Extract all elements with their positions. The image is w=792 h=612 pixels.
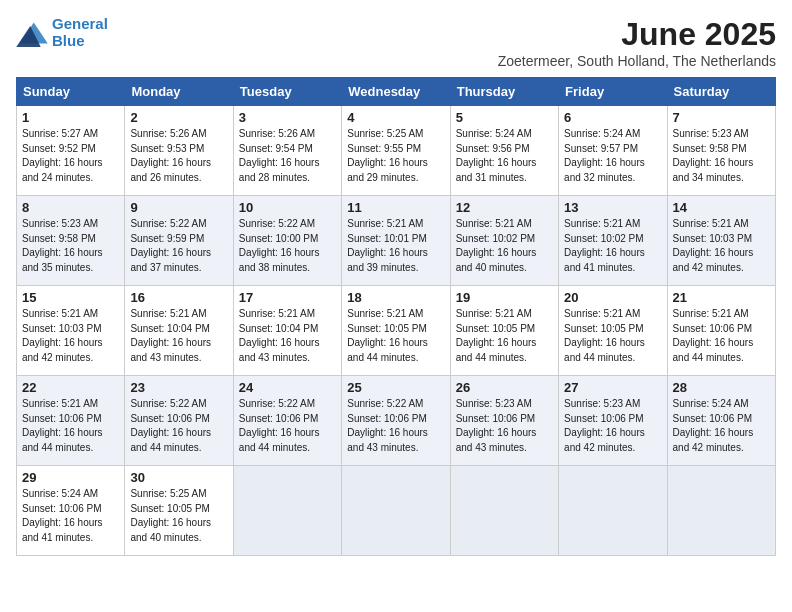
table-row: 9Sunrise: 5:22 AMSunset: 9:59 PMDaylight… <box>125 196 233 286</box>
day-number: 24 <box>239 380 336 395</box>
day-number: 10 <box>239 200 336 215</box>
table-row: 1Sunrise: 5:27 AMSunset: 9:52 PMDaylight… <box>17 106 125 196</box>
day-number: 11 <box>347 200 444 215</box>
day-number: 2 <box>130 110 227 125</box>
logo-line1: General <box>52 15 108 32</box>
table-row: 3Sunrise: 5:26 AMSunset: 9:54 PMDaylight… <box>233 106 341 196</box>
day-info: Sunrise: 5:25 AMSunset: 10:05 PMDaylight… <box>130 488 211 543</box>
header-thursday: Thursday <box>450 78 558 106</box>
day-number: 19 <box>456 290 553 305</box>
calendar-week-row: 8Sunrise: 5:23 AMSunset: 9:58 PMDaylight… <box>17 196 776 286</box>
day-number: 6 <box>564 110 661 125</box>
day-info: Sunrise: 5:21 AMSunset: 10:06 PMDaylight… <box>673 308 754 363</box>
table-row: 2Sunrise: 5:26 AMSunset: 9:53 PMDaylight… <box>125 106 233 196</box>
day-number: 21 <box>673 290 770 305</box>
day-info: Sunrise: 5:21 AMSunset: 10:01 PMDaylight… <box>347 218 428 273</box>
table-row <box>450 466 558 556</box>
day-info: Sunrise: 5:23 AMSunset: 10:06 PMDaylight… <box>564 398 645 453</box>
page-header: General Blue June 2025 Zoetermeer, South… <box>16 16 776 69</box>
table-row: 29Sunrise: 5:24 AMSunset: 10:06 PMDaylig… <box>17 466 125 556</box>
table-row: 16Sunrise: 5:21 AMSunset: 10:04 PMDaylig… <box>125 286 233 376</box>
day-info: Sunrise: 5:21 AMSunset: 10:02 PMDaylight… <box>456 218 537 273</box>
day-info: Sunrise: 5:23 AMSunset: 9:58 PMDaylight:… <box>22 218 103 273</box>
day-number: 12 <box>456 200 553 215</box>
logo-icon <box>16 19 48 47</box>
table-row: 10Sunrise: 5:22 AMSunset: 10:00 PMDaylig… <box>233 196 341 286</box>
day-number: 5 <box>456 110 553 125</box>
table-row: 27Sunrise: 5:23 AMSunset: 10:06 PMDaylig… <box>559 376 667 466</box>
calendar-week-row: 15Sunrise: 5:21 AMSunset: 10:03 PMDaylig… <box>17 286 776 376</box>
day-info: Sunrise: 5:22 AMSunset: 10:00 PMDaylight… <box>239 218 320 273</box>
title-area: June 2025 Zoetermeer, South Holland, The… <box>498 16 776 69</box>
day-number: 20 <box>564 290 661 305</box>
day-number: 25 <box>347 380 444 395</box>
calendar-week-row: 22Sunrise: 5:21 AMSunset: 10:06 PMDaylig… <box>17 376 776 466</box>
table-row: 22Sunrise: 5:21 AMSunset: 10:06 PMDaylig… <box>17 376 125 466</box>
day-number: 22 <box>22 380 119 395</box>
day-info: Sunrise: 5:22 AMSunset: 10:06 PMDaylight… <box>130 398 211 453</box>
table-row: 25Sunrise: 5:22 AMSunset: 10:06 PMDaylig… <box>342 376 450 466</box>
day-info: Sunrise: 5:21 AMSunset: 10:03 PMDaylight… <box>22 308 103 363</box>
day-number: 17 <box>239 290 336 305</box>
table-row <box>342 466 450 556</box>
day-number: 29 <box>22 470 119 485</box>
day-number: 26 <box>456 380 553 395</box>
day-info: Sunrise: 5:21 AMSunset: 10:05 PMDaylight… <box>564 308 645 363</box>
table-row: 8Sunrise: 5:23 AMSunset: 9:58 PMDaylight… <box>17 196 125 286</box>
day-info: Sunrise: 5:21 AMSunset: 10:03 PMDaylight… <box>673 218 754 273</box>
table-row: 21Sunrise: 5:21 AMSunset: 10:06 PMDaylig… <box>667 286 775 376</box>
day-info: Sunrise: 5:21 AMSunset: 10:05 PMDaylight… <box>456 308 537 363</box>
day-info: Sunrise: 5:21 AMSunset: 10:02 PMDaylight… <box>564 218 645 273</box>
day-number: 27 <box>564 380 661 395</box>
table-row: 28Sunrise: 5:24 AMSunset: 10:06 PMDaylig… <box>667 376 775 466</box>
day-info: Sunrise: 5:23 AMSunset: 9:58 PMDaylight:… <box>673 128 754 183</box>
day-number: 9 <box>130 200 227 215</box>
day-info: Sunrise: 5:22 AMSunset: 10:06 PMDaylight… <box>239 398 320 453</box>
table-row: 24Sunrise: 5:22 AMSunset: 10:06 PMDaylig… <box>233 376 341 466</box>
day-info: Sunrise: 5:21 AMSunset: 10:05 PMDaylight… <box>347 308 428 363</box>
day-number: 7 <box>673 110 770 125</box>
calendar-week-row: 1Sunrise: 5:27 AMSunset: 9:52 PMDaylight… <box>17 106 776 196</box>
day-info: Sunrise: 5:22 AMSunset: 9:59 PMDaylight:… <box>130 218 211 273</box>
day-number: 13 <box>564 200 661 215</box>
day-number: 1 <box>22 110 119 125</box>
day-info: Sunrise: 5:26 AMSunset: 9:54 PMDaylight:… <box>239 128 320 183</box>
day-info: Sunrise: 5:21 AMSunset: 10:06 PMDaylight… <box>22 398 103 453</box>
table-row: 7Sunrise: 5:23 AMSunset: 9:58 PMDaylight… <box>667 106 775 196</box>
table-row <box>233 466 341 556</box>
calendar-table: Sunday Monday Tuesday Wednesday Thursday… <box>16 77 776 556</box>
day-info: Sunrise: 5:22 AMSunset: 10:06 PMDaylight… <box>347 398 428 453</box>
day-info: Sunrise: 5:26 AMSunset: 9:53 PMDaylight:… <box>130 128 211 183</box>
header-tuesday: Tuesday <box>233 78 341 106</box>
day-number: 23 <box>130 380 227 395</box>
header-sunday: Sunday <box>17 78 125 106</box>
table-row: 12Sunrise: 5:21 AMSunset: 10:02 PMDaylig… <box>450 196 558 286</box>
header-monday: Monday <box>125 78 233 106</box>
table-row: 26Sunrise: 5:23 AMSunset: 10:06 PMDaylig… <box>450 376 558 466</box>
logo-text: General Blue <box>52 16 108 49</box>
table-row: 23Sunrise: 5:22 AMSunset: 10:06 PMDaylig… <box>125 376 233 466</box>
calendar-week-row: 29Sunrise: 5:24 AMSunset: 10:06 PMDaylig… <box>17 466 776 556</box>
day-info: Sunrise: 5:21 AMSunset: 10:04 PMDaylight… <box>130 308 211 363</box>
day-number: 28 <box>673 380 770 395</box>
day-info: Sunrise: 5:24 AMSunset: 9:57 PMDaylight:… <box>564 128 645 183</box>
day-info: Sunrise: 5:25 AMSunset: 9:55 PMDaylight:… <box>347 128 428 183</box>
day-number: 14 <box>673 200 770 215</box>
weekday-header-row: Sunday Monday Tuesday Wednesday Thursday… <box>17 78 776 106</box>
logo-line2: Blue <box>52 32 85 49</box>
table-row: 18Sunrise: 5:21 AMSunset: 10:05 PMDaylig… <box>342 286 450 376</box>
day-info: Sunrise: 5:21 AMSunset: 10:04 PMDaylight… <box>239 308 320 363</box>
day-info: Sunrise: 5:23 AMSunset: 10:06 PMDaylight… <box>456 398 537 453</box>
day-info: Sunrise: 5:24 AMSunset: 9:56 PMDaylight:… <box>456 128 537 183</box>
table-row: 14Sunrise: 5:21 AMSunset: 10:03 PMDaylig… <box>667 196 775 286</box>
location: Zoetermeer, South Holland, The Netherlan… <box>498 53 776 69</box>
day-number: 30 <box>130 470 227 485</box>
header-friday: Friday <box>559 78 667 106</box>
table-row: 13Sunrise: 5:21 AMSunset: 10:02 PMDaylig… <box>559 196 667 286</box>
day-number: 18 <box>347 290 444 305</box>
month-title: June 2025 <box>498 16 776 53</box>
day-number: 15 <box>22 290 119 305</box>
table-row: 5Sunrise: 5:24 AMSunset: 9:56 PMDaylight… <box>450 106 558 196</box>
day-number: 4 <box>347 110 444 125</box>
table-row: 11Sunrise: 5:21 AMSunset: 10:01 PMDaylig… <box>342 196 450 286</box>
